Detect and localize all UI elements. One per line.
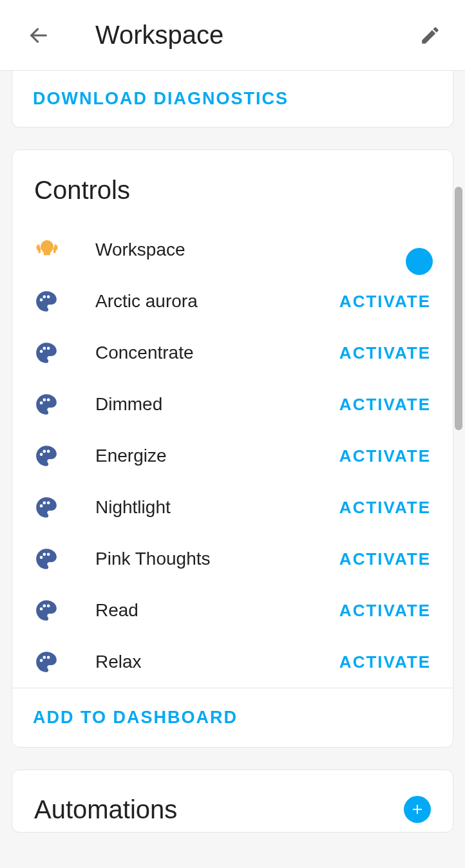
diagnostics-card: DOWNLOAD DIAGNOSTICS bbox=[12, 71, 453, 127]
download-diagnostics-button[interactable]: DOWNLOAD DIAGNOSTICS bbox=[12, 71, 453, 127]
scene-label: Relax bbox=[95, 652, 142, 672]
svg-point-11 bbox=[43, 450, 46, 453]
scene-row: EnergizeACTIVATE bbox=[12, 430, 453, 482]
scene-row: NightlightACTIVATE bbox=[12, 482, 453, 533]
scene-row: Arctic auroraACTIVATE bbox=[12, 276, 453, 327]
scene-row: RelaxACTIVATE bbox=[12, 636, 453, 688]
svg-point-8 bbox=[43, 399, 46, 402]
svg-point-21 bbox=[47, 605, 50, 608]
activate-button[interactable]: ACTIVATE bbox=[339, 395, 431, 414]
scene-row: Pink ThoughtsACTIVATE bbox=[12, 533, 453, 585]
arrow-left-icon bbox=[28, 24, 50, 46]
svg-point-17 bbox=[43, 553, 46, 556]
svg-point-14 bbox=[43, 502, 46, 505]
automations-heading: Automations bbox=[34, 795, 177, 824]
scene-label: Nightlight bbox=[95, 497, 171, 518]
svg-point-1 bbox=[40, 298, 43, 301]
scene-row: ConcentrateACTIVATE bbox=[12, 327, 453, 379]
svg-point-10 bbox=[40, 453, 43, 456]
palette-icon bbox=[34, 444, 60, 468]
svg-point-9 bbox=[47, 399, 50, 402]
palette-icon bbox=[34, 289, 60, 314]
svg-point-20 bbox=[43, 605, 46, 608]
activate-button[interactable]: ACTIVATE bbox=[339, 652, 431, 672]
scene-row: ReadACTIVATE bbox=[12, 585, 453, 636]
svg-point-19 bbox=[40, 607, 43, 610]
svg-point-18 bbox=[47, 553, 50, 556]
svg-point-5 bbox=[43, 347, 46, 350]
page-title: Workspace bbox=[95, 21, 223, 50]
activate-button[interactable]: ACTIVATE bbox=[339, 343, 431, 363]
automations-card: Automations bbox=[12, 769, 453, 833]
svg-point-15 bbox=[47, 502, 50, 505]
activate-button[interactable]: ACTIVATE bbox=[339, 601, 431, 620]
palette-icon bbox=[34, 547, 60, 571]
edit-button[interactable] bbox=[417, 23, 443, 48]
pencil-icon bbox=[419, 24, 441, 46]
light-group-icon bbox=[34, 237, 60, 263]
svg-point-12 bbox=[47, 450, 50, 453]
svg-point-4 bbox=[40, 350, 43, 353]
controls-heading: Controls bbox=[12, 150, 453, 224]
control-group-label: Workspace bbox=[95, 240, 185, 260]
activate-button[interactable]: ACTIVATE bbox=[339, 549, 431, 569]
palette-icon bbox=[34, 650, 60, 674]
scene-row: DimmedACTIVATE bbox=[12, 379, 453, 430]
controls-card: Controls Workspace Arctic auroraACTIVATE… bbox=[12, 149, 453, 748]
svg-point-13 bbox=[40, 504, 43, 507]
palette-icon bbox=[34, 495, 60, 520]
svg-point-7 bbox=[40, 401, 43, 404]
scene-label: Dimmed bbox=[95, 394, 162, 415]
activate-button[interactable]: ACTIVATE bbox=[339, 498, 431, 517]
svg-point-3 bbox=[47, 296, 50, 299]
control-group-row: Workspace bbox=[12, 224, 453, 276]
header: Workspace bbox=[0, 0, 465, 71]
scene-label: Concentrate bbox=[95, 343, 194, 363]
add-to-dashboard-button[interactable]: ADD TO DASHBOARD bbox=[12, 688, 453, 747]
palette-icon bbox=[34, 341, 60, 365]
scrollbar[interactable] bbox=[455, 187, 462, 430]
back-button[interactable] bbox=[26, 23, 52, 48]
svg-point-16 bbox=[40, 556, 43, 559]
svg-point-6 bbox=[47, 347, 50, 350]
scene-label: Energize bbox=[95, 446, 167, 466]
add-automation-button[interactable] bbox=[404, 796, 431, 823]
activate-button[interactable]: ACTIVATE bbox=[339, 446, 431, 466]
svg-point-2 bbox=[43, 296, 46, 299]
palette-icon bbox=[34, 598, 60, 623]
svg-point-22 bbox=[40, 659, 43, 662]
palette-icon bbox=[34, 392, 60, 417]
scene-label: Arctic aurora bbox=[95, 291, 198, 312]
scene-label: Read bbox=[95, 600, 138, 621]
scene-label: Pink Thoughts bbox=[95, 549, 211, 569]
activate-button[interactable]: ACTIVATE bbox=[339, 292, 431, 311]
content-area: DOWNLOAD DIAGNOSTICS Controls Workspace … bbox=[0, 71, 465, 833]
plus-icon bbox=[410, 802, 425, 817]
svg-point-24 bbox=[47, 656, 50, 659]
svg-point-23 bbox=[43, 656, 46, 659]
